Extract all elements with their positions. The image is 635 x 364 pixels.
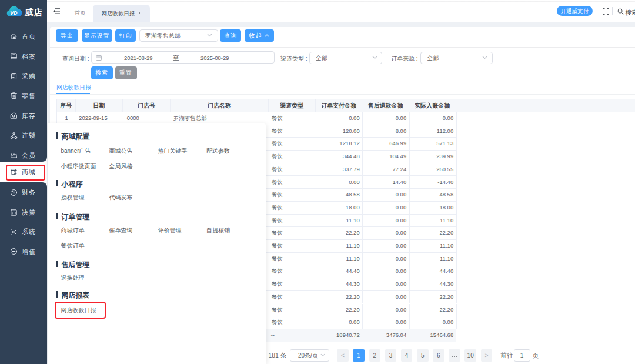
svg-text:VD: VD [10, 10, 18, 16]
